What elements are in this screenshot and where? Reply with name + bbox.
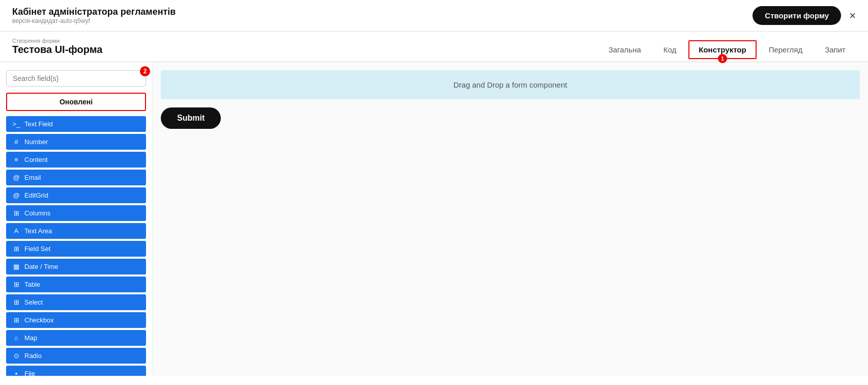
component-table[interactable]: ⊞ Table xyxy=(6,277,146,292)
header: Кабінет адміністратора регламентів версі… xyxy=(0,0,868,32)
sidebar: 2 Оновлені >_ Text Field # Number ≡ Cont… xyxy=(0,62,153,376)
drop-zone[interactable]: Drag and Drop a form component xyxy=(161,70,860,99)
app-version: версія-кандидат-auto-q5wyf xyxy=(12,17,176,24)
main-layout: 2 Оновлені >_ Text Field # Number ≡ Cont… xyxy=(0,62,868,376)
updated-section-button[interactable]: Оновлені xyxy=(6,93,146,111)
tab-konstruktor-badge: 1 xyxy=(718,54,727,63)
text-area-icon: A xyxy=(12,227,20,235)
sub-header: Створення форми Тестова UI-форма Загальн… xyxy=(0,32,868,62)
select-icon: ⊞ xyxy=(12,298,20,306)
component-number[interactable]: # Number xyxy=(6,134,146,150)
map-icon: ⌂ xyxy=(12,334,20,342)
table-icon: ⊞ xyxy=(12,281,20,288)
component-text-field[interactable]: >_ Text Field xyxy=(6,116,146,132)
component-radio[interactable]: ⊙ Radio xyxy=(6,348,146,364)
component-columns[interactable]: ⊞ Columns xyxy=(6,205,146,221)
field-set-icon: ⊞ xyxy=(12,245,20,253)
header-right: Створити форму × xyxy=(753,6,856,25)
component-list: >_ Text Field # Number ≡ Content @ Email… xyxy=(6,116,146,376)
file-icon: ▪ xyxy=(12,370,20,376)
close-button[interactable]: × xyxy=(849,10,856,21)
search-row: 2 xyxy=(6,70,146,87)
sub-header-left: Створення форми Тестова UI-форма xyxy=(12,38,102,62)
component-date-time[interactable]: ▦ Date / Time xyxy=(6,259,146,274)
component-content[interactable]: ≡ Content xyxy=(6,152,146,168)
component-file[interactable]: ▪ File xyxy=(6,366,146,376)
content-icon: ≡ xyxy=(12,156,20,163)
text-field-icon: >_ xyxy=(12,120,20,128)
columns-icon: ⊞ xyxy=(12,209,20,217)
canvas: Drag and Drop a form component Submit xyxy=(153,62,868,376)
number-icon: # xyxy=(12,138,20,146)
header-left: Кабінет адміністратора регламентів версі… xyxy=(12,7,176,24)
editgrid-icon: @ xyxy=(12,191,20,199)
checkbox-icon: ⊞ xyxy=(12,316,20,324)
email-icon: @ xyxy=(12,174,20,181)
tab-perehlad[interactable]: Перегляд xyxy=(759,40,813,59)
submit-button[interactable]: Submit xyxy=(161,107,221,129)
component-editgrid[interactable]: @ EditGrid xyxy=(6,187,146,203)
form-label: Створення форми xyxy=(12,38,102,44)
component-select[interactable]: ⊞ Select xyxy=(6,294,146,310)
radio-icon: ⊙ xyxy=(12,352,20,360)
tab-zagalna[interactable]: Загальна xyxy=(598,40,651,59)
component-field-set[interactable]: ⊞ Field Set xyxy=(6,241,146,257)
tabs: Загальна Код Конструктор 1 Перегляд Запи… xyxy=(598,40,856,59)
tab-konstruktor[interactable]: Конструктор 1 xyxy=(688,40,756,59)
tab-zapyt[interactable]: Запит xyxy=(815,40,856,59)
tab-kod[interactable]: Код xyxy=(653,40,687,59)
component-email[interactable]: @ Email xyxy=(6,170,146,185)
date-time-icon: ▦ xyxy=(12,263,20,270)
component-checkbox[interactable]: ⊞ Checkbox xyxy=(6,312,146,328)
form-name: Тестова UI-форма xyxy=(12,44,102,62)
app-title: Кабінет адміністратора регламентів xyxy=(12,7,176,17)
create-form-button[interactable]: Створити форму xyxy=(753,6,841,25)
component-text-area[interactable]: A Text Area xyxy=(6,223,146,239)
search-input[interactable] xyxy=(6,70,146,87)
search-badge: 2 xyxy=(140,66,150,76)
component-map[interactable]: ⌂ Map xyxy=(6,330,146,346)
